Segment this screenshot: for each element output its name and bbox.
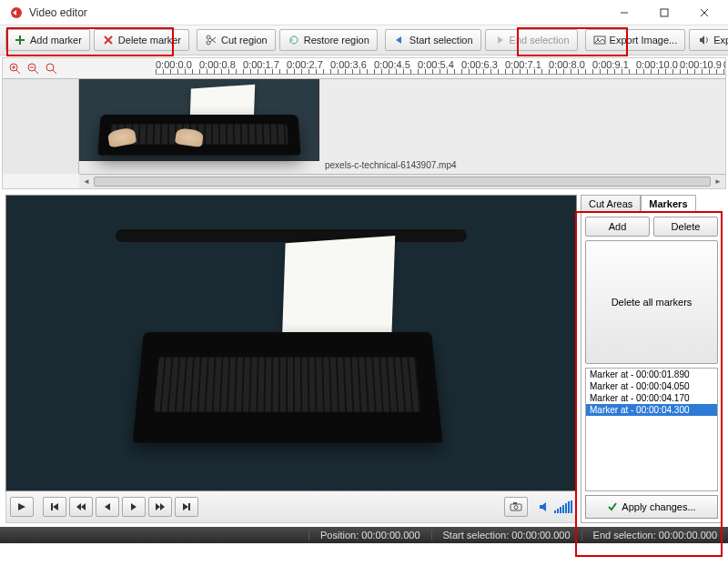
end-selection-button[interactable]: End selection [485,29,578,51]
fast-forward-button[interactable] [148,497,172,517]
rewind-button[interactable] [69,497,93,517]
delete-marker-label: Delete marker [118,35,181,45]
ruler-label: 0:00:0.0 [156,59,192,70]
status-end-label: End selection: [593,530,656,541]
add-marker-button[interactable]: Add marker [5,29,90,51]
goto-end-button[interactable] [175,497,198,517]
tab-markers[interactable]: Markers [641,195,695,213]
svg-line-9 [210,38,216,43]
export-image-label: Export Image... [610,35,678,45]
end-selection-icon [493,34,506,46]
window-title: Video editor [29,6,604,19]
export-image-icon [593,34,606,46]
video-preview[interactable] [5,195,577,491]
svg-point-20 [46,64,54,71]
snapshot-button[interactable] [504,497,528,517]
delete-marker-icon [102,34,115,46]
status-end-value: 00:00:00.000 [659,530,717,541]
marker-list[interactable]: Marker at - 00:00:01.890Marker at - 00:0… [585,368,718,491]
ruler-label: 0:00:3.6 [330,59,367,70]
apply-changes-button[interactable]: Apply changes... [585,495,718,519]
status-position-value: 00:00:00.000 [361,530,420,541]
tab-cut-areas[interactable]: Cut Areas [581,195,641,213]
svg-line-18 [35,70,38,74]
ruler-label: 0:00:4.5 [374,59,410,70]
status-start-label: Start selection: [443,530,510,541]
delete-marker-button[interactable]: Delete marker [94,29,189,51]
track-gutter [3,79,79,174]
ruler-label: 0:00:6.3 [461,59,498,70]
marker-item[interactable]: Marker at - 00:00:04.170 [586,392,717,404]
panel-delete-all-button[interactable]: Delete all markers [585,240,718,364]
svg-rect-23 [188,503,190,510]
marker-item[interactable]: Marker at - 00:00:04.300 [586,404,717,416]
ruler-label: 0:00:11.8 [723,59,725,70]
play-button[interactable] [10,497,34,517]
svg-rect-2 [661,9,668,16]
ruler-label: 0:00:10.9 [680,59,722,70]
preview-pane [5,195,577,523]
status-position-label: Position: [320,530,359,541]
svg-line-14 [16,70,20,74]
restore-region-button[interactable]: Restore region [279,29,378,51]
step-forward-button[interactable] [122,497,146,517]
ruler-label: 0:00:1.7 [243,59,279,70]
step-back-button[interactable] [96,497,119,517]
side-panel: Cut Areas Markers Add Delete Delete all … [581,195,723,523]
zoom-in-icon[interactable] [6,60,23,76]
svg-rect-26 [513,502,517,504]
timeline-zoom-tools [3,58,79,78]
preview-image [100,225,482,461]
marker-item[interactable]: Marker at - 00:00:04.050 [586,380,717,392]
timeline-ruler[interactable]: 0:00:0.00:00:0.80:00:1.70:00:2.70:00:3.6… [156,58,725,75]
titlebar: Video editor [0,0,728,25]
svg-point-7 [207,35,210,39]
svg-point-8 [207,41,210,45]
add-marker-label: Add marker [30,35,82,45]
marker-item[interactable]: Marker at - 00:00:01.890 [586,369,717,380]
volume-icon[interactable] [539,501,551,512]
ruler-label: 0:00:0.8 [199,59,236,70]
goto-start-button[interactable] [43,497,66,517]
export-image-button[interactable]: Export Image... [585,29,686,51]
status-bar: Position: 00:00:00.000 Start selection: … [0,527,728,543]
toolbar: Add marker Delete marker Cut region Rest… [0,25,728,56]
apply-changes-label: Apply changes... [622,501,695,512]
cut-region-label: Cut region [221,35,268,45]
svg-rect-22 [51,503,53,510]
close-button[interactable] [684,1,724,25]
scissors-icon [205,34,217,46]
volume-level[interactable] [554,500,572,513]
playback-controls [5,491,577,523]
clip-filename: pexels-c-technical-6143907.mp4 [325,160,457,170]
start-selection-button[interactable]: Start selection [385,29,481,51]
status-start-value: 00:00:00.000 [511,530,570,541]
start-selection-label: Start selection [410,35,473,45]
svg-line-10 [210,37,216,42]
timeline: 0:00:0.00:00:0.80:00:1.70:00:2.70:00:3.6… [2,57,726,189]
export-audio-button[interactable]: Export Audio... [689,29,728,51]
video-clip[interactable] [79,79,319,161]
ruler-label: 0:00:2.7 [287,59,323,70]
export-audio-label: Export Audio... [713,35,728,45]
add-marker-icon [14,34,26,46]
export-audio-icon [697,34,710,46]
ruler-label: 0:00:7.1 [505,59,541,70]
minimize-button[interactable] [604,1,644,25]
ruler-label: 0:00:10.0 [636,59,678,70]
restore-region-label: Restore region [304,35,369,45]
video-track[interactable]: pexels-c-technical-6143907.mp4 [79,79,725,174]
panel-delete-button[interactable]: Delete [653,217,718,237]
svg-line-21 [53,70,56,74]
zoom-fit-icon[interactable] [43,60,59,76]
maximize-button[interactable] [644,1,684,25]
end-selection-label: End selection [510,35,570,45]
zoom-out-icon[interactable] [25,60,41,76]
panel-add-button[interactable]: Add [585,217,650,237]
check-icon [607,501,618,512]
ruler-label: 0:00:5.4 [418,59,454,70]
timeline-scrollbar[interactable] [79,174,725,188]
ruler-label: 0:00:9.1 [592,59,629,70]
cut-region-button[interactable]: Cut region [197,29,276,51]
svg-point-25 [514,506,518,510]
